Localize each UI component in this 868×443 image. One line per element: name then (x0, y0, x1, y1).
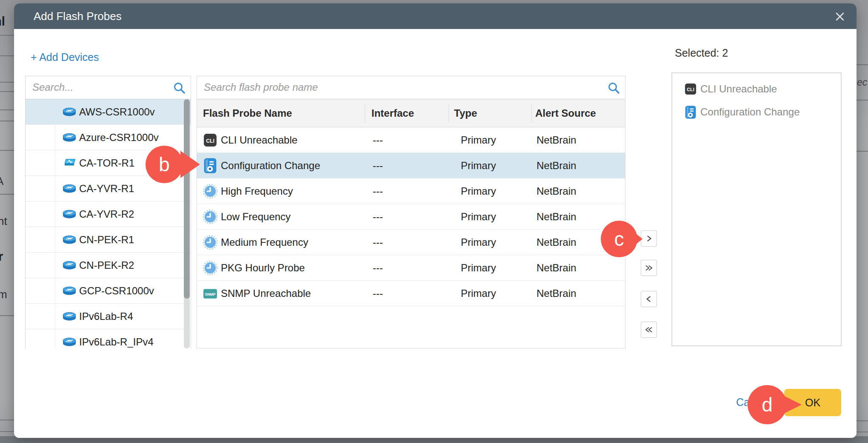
screenshot-root: nl A nt r m ec Add Flash Probes (0, 0, 868, 443)
add-flash-probes-dialog: Add Flash Probes + Add Devices (14, 3, 857, 438)
device-name: CN-PEK-R2 (79, 259, 134, 271)
probe-type: Primary (461, 262, 496, 274)
device-name: CN-PEK-R1 (79, 234, 134, 246)
probe-row[interactable]: Low Frequency --- Primary NetBrain (197, 204, 625, 230)
router-icon (62, 337, 77, 348)
config-change-icon (202, 158, 218, 174)
probe-type: Primary (461, 236, 496, 248)
bg-line (0, 150, 14, 151)
bg-text-fragment: ec (857, 77, 867, 88)
annotation-b-arrow (180, 151, 200, 178)
router-icon (62, 234, 77, 245)
bg-line (0, 91, 14, 92)
column-separator (531, 104, 532, 123)
annotation-c: c (601, 221, 637, 257)
column-header-name: Flash Probe Name (203, 99, 292, 127)
probe-interface: --- (373, 288, 383, 299)
probe-alert-source: NetBrain (537, 160, 576, 172)
clock-icon (202, 234, 218, 250)
probe-row[interactable]: SNMP Unreachable --- Primary NetBrain (197, 281, 625, 306)
bg-line (0, 431, 14, 432)
device-row[interactable]: AWS-CSR1000v (26, 99, 191, 125)
move-all-right-button[interactable] (641, 260, 657, 276)
device-row[interactable]: GCP-CSR1000v (26, 278, 191, 304)
device-name: IPv6Lab-R_IPv4 (79, 336, 154, 348)
device-name: CA-TOR-R1 (79, 157, 134, 169)
probe-name: Medium Frequency (221, 236, 308, 248)
probe-interface: --- (373, 160, 383, 172)
annotation-b-letter: b (159, 153, 170, 176)
probe-search-input[interactable] (197, 76, 601, 98)
probe-row[interactable]: PKG Hourly Probe --- Primary NetBrain (197, 255, 625, 281)
device-name: CA-YVR-R2 (79, 208, 134, 220)
probe-alert-source: NetBrain (537, 185, 576, 197)
device-row[interactable]: CA-YVR-R2 (26, 201, 191, 227)
device-row[interactable]: IPv6Lab-R4 (26, 304, 191, 329)
device-name: IPv6Lab-R4 (79, 311, 133, 322)
bg-line (857, 431, 868, 432)
clock-icon (202, 183, 218, 199)
scrollbar[interactable] (184, 99, 190, 348)
column-header-alert-source: Alert Source (535, 99, 596, 127)
probe-row[interactable]: Medium Frequency --- Primary NetBrain (197, 230, 625, 255)
probe-name: Low Frequency (221, 211, 291, 223)
annotation-c-letter: c (614, 227, 624, 250)
bg-text-fragment: nl (0, 14, 5, 29)
add-devices-link[interactable]: + Add Devices (31, 51, 99, 63)
probe-alert-source: NetBrain (537, 211, 576, 223)
probe-alert-source: NetBrain (537, 134, 576, 146)
switch-icon (62, 158, 77, 169)
move-left-button[interactable] (641, 291, 657, 307)
bg-line (857, 420, 868, 421)
cli-badge-icon (202, 132, 218, 148)
bg-line (857, 100, 868, 101)
bg-text-fragment: nt (0, 215, 7, 228)
router-icon (62, 285, 77, 296)
router-icon (62, 311, 77, 322)
move-right-button[interactable] (641, 230, 657, 247)
probe-name: SNMP Unreachable (221, 288, 311, 299)
bg-text-fragment: r (0, 250, 3, 264)
probe-name: PKG Hourly Probe (221, 262, 305, 274)
router-icon (62, 106, 77, 118)
selected-item-label: CLI Unreachable (700, 83, 777, 95)
probe-type: Primary (461, 185, 496, 197)
probe-interface: --- (373, 262, 383, 274)
table-header: Flash Probe Name Interface Type Alert So… (197, 99, 625, 127)
device-row[interactable]: CN-PEK-R1 (26, 227, 191, 253)
column-separator (448, 104, 449, 123)
bg-line (857, 64, 868, 65)
device-row[interactable]: CN-PEK-R2 (26, 253, 191, 278)
probe-type: Primary (461, 160, 496, 172)
probe-interface: --- (373, 211, 383, 223)
device-name: Azure-CSR1000v (79, 132, 159, 144)
close-icon[interactable] (834, 10, 846, 23)
selected-count: Selected: 2 (675, 47, 728, 59)
router-icon (62, 260, 77, 271)
probe-name: CLI Unreachable (221, 134, 297, 146)
device-search-input[interactable] (26, 76, 167, 98)
clock-icon (202, 260, 218, 276)
probe-row-selected[interactable]: Configuration Change --- Primary NetBrai… (197, 153, 625, 178)
scrollbar-thumb[interactable] (184, 99, 190, 299)
selected-item[interactable]: Configuration Change (672, 101, 841, 124)
device-list: AWS-CSR1000v Azure-CSR1000v CA-TOR-R1 CA… (26, 99, 191, 348)
annotation-b: b (146, 146, 183, 183)
bg-line (0, 55, 14, 56)
probe-table-panel: Flash Probe Name Interface Type Alert So… (197, 76, 625, 348)
config-change-icon (684, 105, 697, 119)
probe-interface: --- (373, 236, 383, 248)
selected-item[interactable]: CLI Unreachable (672, 78, 841, 101)
device-name: GCP-CSR1000v (79, 285, 154, 297)
device-row[interactable]: IPv6Lab-R_IPv4 (26, 329, 191, 348)
column-header-type: Type (454, 99, 477, 127)
probe-row[interactable]: High Frequency --- Primary NetBrain (197, 178, 625, 204)
device-name: AWS-CSR1000v (79, 106, 155, 118)
router-icon (62, 132, 77, 143)
move-all-left-button[interactable] (641, 322, 657, 338)
probe-type: Primary (461, 288, 496, 299)
probe-search (197, 76, 625, 99)
annotation-d-letter: d (762, 393, 773, 416)
probe-row[interactable]: CLI Unreachable --- Primary NetBrain (197, 127, 625, 153)
probe-name: High Frequency (221, 185, 293, 197)
